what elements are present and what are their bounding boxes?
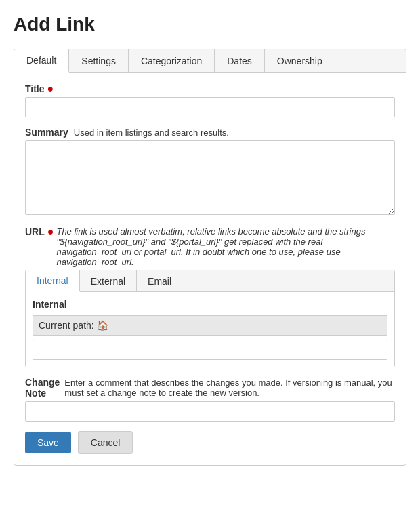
change-note-label: Change Note Enter a comment that describ…: [25, 377, 395, 399]
title-label-text: Title: [25, 83, 45, 94]
inner-tab-email[interactable]: Email: [137, 270, 182, 291]
inner-tab-bar: Internal External Email: [26, 270, 394, 292]
outer-tab-container: Default Settings Categorization Dates Ow…: [14, 49, 406, 466]
summary-label: Summary Used in item listings and search…: [25, 127, 395, 138]
tab-settings[interactable]: Settings: [69, 49, 129, 72]
change-note-desc: Enter a comment that describes the chang…: [64, 378, 395, 398]
change-note-label-text: Change Note: [25, 377, 62, 399]
tab-default[interactable]: Default: [14, 49, 69, 73]
url-label-text: URL: [25, 226, 45, 237]
url-label-row: URL ● The link is used almost verbatim, …: [25, 226, 395, 267]
tab-categorization[interactable]: Categorization: [129, 49, 215, 72]
summary-field-group: Summary Used in item listings and search…: [25, 127, 395, 217]
url-description: The link is used almost verbatim, relati…: [56, 226, 395, 267]
internal-url-input[interactable]: [33, 340, 387, 360]
change-note-input[interactable]: [25, 401, 395, 422]
url-required-indicator: ●: [47, 226, 54, 237]
outer-tab-bar: Default Settings Categorization Dates Ow…: [14, 49, 406, 73]
inner-tab-content: Internal Current path: 🏠: [26, 292, 394, 367]
url-field-section: URL ● The link is used almost verbatim, …: [25, 226, 395, 367]
tab-dates[interactable]: Dates: [215, 49, 265, 72]
cancel-button[interactable]: Cancel: [78, 431, 133, 454]
form-actions: Save Cancel: [25, 431, 395, 454]
change-note-field-group: Change Note Enter a comment that describ…: [25, 377, 395, 422]
inner-tab-internal[interactable]: Internal: [26, 270, 80, 292]
page-title: Add Link: [14, 14, 406, 35]
summary-input[interactable]: [25, 140, 395, 215]
title-required-indicator: ●: [47, 83, 54, 94]
home-icon: 🏠: [97, 320, 108, 331]
summary-label-text: Summary: [25, 127, 68, 138]
current-path-row: Current path: 🏠: [33, 315, 387, 336]
tab-ownership[interactable]: Ownership: [265, 49, 335, 72]
form-body: Title ● Summary Used in item listings an…: [14, 73, 406, 465]
title-input[interactable]: [25, 97, 395, 117]
title-label: Title ●: [25, 83, 395, 94]
inner-tab-container: Internal External Email Internal Current…: [25, 270, 395, 367]
inner-tab-external[interactable]: External: [80, 270, 137, 291]
current-path-label: Current path:: [39, 320, 94, 331]
save-button[interactable]: Save: [25, 432, 71, 453]
title-field-group: Title ●: [25, 83, 395, 117]
internal-section-label: Internal: [33, 299, 387, 310]
summary-sublabel: Used in item listings and search results…: [74, 127, 229, 138]
